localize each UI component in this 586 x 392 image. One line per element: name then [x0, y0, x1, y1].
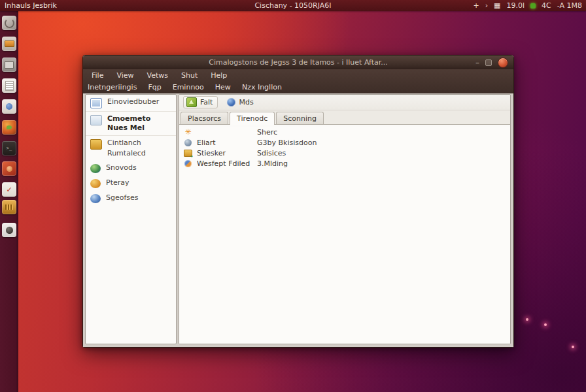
shared-folder-icon — [184, 149, 192, 157]
blob-icon — [90, 179, 101, 188]
software-center-icon[interactable] — [2, 99, 16, 114]
menu-shut[interactable]: Shut — [181, 71, 198, 80]
window-body: Einoviedbuber Cmoemeto Nues Mel Cintlanc… — [83, 93, 513, 347]
panel-indicators: + › ▦ 19.0l 4C -A 1M8 — [473, 0, 582, 11]
menu-fqp[interactable]: Fqp — [148, 83, 161, 91]
list-item[interactable]: Stiesker Sdisices — [179, 148, 510, 158]
menu-eminnoo[interactable]: Eminnoo — [173, 83, 204, 91]
document-icon[interactable] — [2, 78, 16, 93]
menu-view[interactable]: View — [116, 71, 133, 80]
main-panel: Falt Mds Placsorcs Tirenodc Sconning ✳ S… — [179, 94, 511, 344]
list-view: ✳ Sherc Eliart G3by Bkisisdoon Stiesker … — [179, 127, 510, 344]
places-grid-icon[interactable]: ▦ — [494, 0, 500, 11]
app-window: Cimalogstons de Jegss 3 de Itamos - i Il… — [82, 55, 514, 348]
tab-placsorcs[interactable]: Placsorcs — [181, 112, 228, 124]
menu-bar: File View Vetws Shut Help Inetngeriingis… — [83, 69, 513, 93]
session-label[interactable]: -A 1M8 — [557, 0, 582, 11]
menu-nzx-ingllon[interactable]: Nzx Ingllon — [242, 83, 282, 91]
globe-small-icon — [184, 139, 192, 146]
window-title: Cimalogstons de Jegss 3 de Itamos - i Il… — [209, 58, 388, 67]
sidebar: Einoviedbuber Cmoemeto Nues Mel Cintlanc… — [85, 94, 177, 344]
top-panel: Inhauls Jesbrik Cischany - 1050RJA6I + ›… — [0, 0, 586, 11]
sidebar-item-pteray[interactable]: Pteray — [86, 176, 176, 191]
list-item[interactable]: Wesfept Fdiled 3.Mlding — [179, 158, 510, 169]
dark-sphere-icon[interactable] — [2, 223, 16, 237]
files-folder-icon[interactable] — [2, 37, 16, 51]
sync-icon — [184, 159, 192, 167]
menu-hew[interactable]: Hew — [215, 83, 231, 91]
unity-launcher: >_ ✓ — [0, 11, 18, 392]
maximize-button[interactable] — [485, 59, 492, 66]
menu-help[interactable]: Help — [211, 71, 227, 80]
sidebar-item-einoviedbuber[interactable]: Einoviedbuber — [86, 95, 176, 112]
chart-icon — [186, 97, 197, 107]
tab-tirenodc[interactable]: Tirenodc — [230, 112, 275, 125]
folder-icon — [90, 139, 102, 150]
list-item[interactable]: Eliart G3by Bkisisdoon — [179, 137, 510, 148]
window-icon — [90, 115, 102, 125]
minimize-button[interactable]: – — [475, 59, 479, 66]
tab-bar: Placsorcs Tirenodc Sconning — [179, 110, 510, 125]
sidebar-item-cintlanch[interactable]: Cintlanch Rumtalecd — [86, 136, 176, 161]
menu-row-1: File View Vetws Shut Help — [83, 69, 513, 81]
starburst-icon: ✳ — [184, 128, 192, 136]
clock-label[interactable]: 19.0l — [507, 0, 525, 11]
tab-sconning[interactable]: Sconning — [276, 112, 324, 124]
mail-orange-icon[interactable] — [2, 161, 16, 176]
toolbar: Falt Mds — [179, 95, 510, 110]
sidebar-item-sgeofses[interactable]: Sgeofses — [86, 191, 176, 206]
wallpaper-sparkle — [526, 318, 528, 321]
computer-icon — [90, 98, 102, 108]
menu-inetngeriingis[interactable]: Inetngeriingis — [88, 83, 137, 91]
list-item[interactable]: ✳ Sherc — [179, 127, 510, 137]
wallpaper-sparkle — [544, 323, 547, 326]
dash-swirl-icon[interactable] — [2, 16, 16, 30]
mds-button[interactable]: Mds — [224, 97, 258, 107]
wallpaper-sparkle — [572, 346, 574, 348]
menu-file[interactable]: File — [92, 71, 103, 80]
close-button[interactable] — [498, 57, 508, 68]
sphere-icon — [90, 194, 101, 203]
ball-icon — [90, 164, 101, 173]
checklist-icon[interactable]: ✓ — [2, 182, 16, 197]
workspace-icon[interactable] — [2, 57, 16, 72]
status-green-icon — [530, 3, 536, 8]
terminal-icon[interactable]: >_ — [2, 141, 16, 155]
menu-row-2: Inetngeriingis Fqp Eminnoo Hew Nzx Ingll… — [83, 81, 513, 93]
plus-icon[interactable]: + — [473, 0, 479, 11]
window-titlebar[interactable]: Cimalogstons de Jegss 3 de Itamos - i Il… — [83, 56, 513, 69]
globe-icon — [227, 98, 235, 106]
network-arrow-icon[interactable]: › — [485, 0, 488, 11]
clock-label-2[interactable]: 4C — [542, 0, 551, 11]
menu-vetws[interactable]: Vetws — [147, 71, 168, 80]
sidebar-item-cmoemeto[interactable]: Cmoemeto Nues Mel — [86, 112, 176, 136]
sidebar-item-snovods[interactable]: Snovods — [86, 161, 176, 176]
falt-button[interactable]: Falt — [183, 96, 218, 108]
window-controls: – — [475, 56, 508, 69]
browser-sphere-icon[interactable] — [2, 120, 16, 135]
basket-icon[interactable] — [2, 200, 16, 214]
